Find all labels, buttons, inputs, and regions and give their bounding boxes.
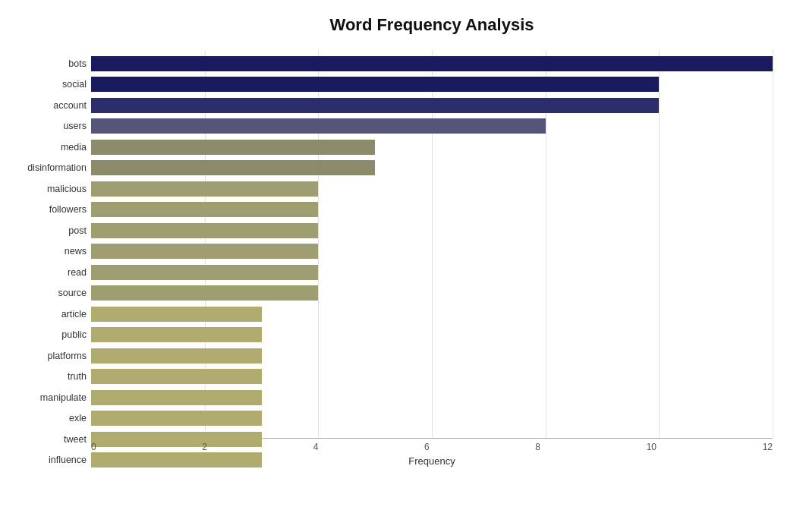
bar-label: news: [18, 246, 87, 257]
bar-row: source: [91, 284, 773, 303]
bar-label: influence: [18, 455, 87, 465]
x-tick: 0: [91, 442, 96, 452]
bar-track: [91, 369, 773, 384]
bar-fill: [91, 327, 262, 342]
bar-row: exle: [91, 409, 773, 428]
bar-fill: [91, 77, 659, 92]
bar-track: [91, 77, 773, 92]
bar-label: bots: [18, 58, 87, 69]
bar-row: platforms: [91, 346, 773, 365]
bar-fill: [91, 411, 262, 426]
x-tick: 6: [424, 442, 430, 452]
bar-label: read: [18, 267, 87, 278]
bar-label: platforms: [18, 351, 87, 361]
bar-label: source: [18, 288, 87, 298]
bar-row: bots: [91, 54, 773, 73]
bar-fill: [91, 348, 262, 364]
bar-label: exle: [18, 413, 87, 423]
bar-label: media: [18, 142, 87, 153]
bar-track: [91, 244, 773, 259]
bar-row: malicious: [91, 179, 773, 198]
bar-fill: [91, 98, 659, 113]
bar-fill: [91, 307, 262, 322]
bar-row: article: [91, 304, 773, 323]
bar-track: [91, 98, 773, 113]
bar-label: manipulate: [18, 392, 87, 403]
bar-track: [91, 348, 773, 364]
bar-fill: [91, 369, 262, 384]
bar-fill: [91, 223, 318, 238]
bar-track: [91, 202, 773, 217]
bar-label: post: [18, 225, 87, 236]
bar-label: users: [18, 121, 87, 131]
x-tick: 12: [763, 442, 773, 452]
bar-row: public: [91, 326, 773, 345]
bar-fill: [91, 202, 318, 217]
x-tick: 2: [202, 442, 207, 452]
x-axis-label: Frequency: [91, 455, 773, 467]
x-tick: 8: [535, 442, 540, 452]
bar-track: [91, 411, 773, 426]
bar-track: [91, 265, 773, 280]
bar-row: truth: [91, 367, 773, 386]
bar-label: article: [18, 309, 87, 320]
bar-track: [91, 140, 773, 155]
bar-fill: [91, 160, 375, 175]
x-tick: 4: [313, 442, 319, 452]
chart-title: Word Frequency Analysis: [91, 15, 773, 35]
bar-track: [91, 390, 773, 405]
bar-label: followers: [18, 204, 87, 215]
bar-track: [91, 181, 773, 197]
bar-fill: [91, 390, 262, 405]
bar-row: news: [91, 242, 773, 261]
x-tick: 10: [647, 442, 657, 452]
bar-fill: [91, 181, 318, 197]
bar-fill: [91, 265, 318, 280]
bar-label: malicious: [18, 184, 87, 194]
bar-row: account: [91, 96, 773, 115]
bar-row: media: [91, 137, 773, 156]
x-axis: 024681012 Frequency: [91, 438, 773, 476]
bar-label: account: [18, 100, 87, 111]
bar-row: users: [91, 117, 773, 136]
bar-track: [91, 285, 773, 301]
bar-label: disinformation: [18, 162, 87, 173]
chart-container: Word Frequency Analysis botssocialaccoun…: [0, 0, 803, 532]
bar-label: public: [18, 329, 87, 340]
bar-label: tweet: [18, 434, 87, 445]
bar-row: read: [91, 263, 773, 282]
bar-track: [91, 56, 773, 71]
bar-row: social: [91, 75, 773, 94]
bar-track: [91, 307, 773, 322]
bars-container: botssocialaccountusersmediadisinformatio…: [91, 50, 773, 438]
bar-fill: [91, 118, 546, 134]
bar-fill: [91, 140, 375, 155]
grid-line: [773, 50, 773, 438]
bar-track: [91, 160, 773, 175]
bar-track: [91, 327, 773, 342]
bar-track: [91, 223, 773, 238]
bar-fill: [91, 56, 773, 71]
bar-fill: [91, 285, 318, 301]
bar-row: post: [91, 221, 773, 240]
bar-fill: [91, 244, 318, 259]
bar-label: truth: [18, 371, 87, 382]
bar-row: disinformation: [91, 159, 773, 178]
bar-row: manipulate: [91, 388, 773, 407]
bar-row: followers: [91, 200, 773, 219]
bar-track: [91, 118, 773, 134]
bar-label: social: [18, 79, 87, 90]
